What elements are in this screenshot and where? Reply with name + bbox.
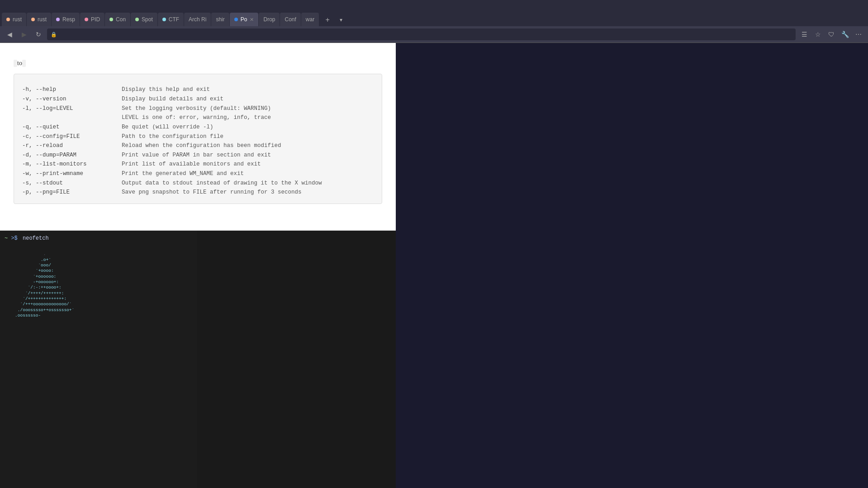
terminal-prompt-line: ~ >$ neofetch [5, 233, 192, 243]
tab-label: Po [241, 16, 247, 23]
opt-help: -h, --help Display this help and exit [22, 85, 374, 95]
tab-label: Resp [62, 16, 75, 23]
main-content: to -h, --help Display this help and exit… [0, 43, 868, 488]
tab-rust-1[interactable]: rust [2, 13, 26, 26]
usage-block: -h, --help Display this help and exit -v… [14, 74, 382, 204]
tab-label: rust [13, 16, 22, 23]
tab-dot [6, 18, 10, 21]
opt-reload: -r, --reload Reload when the configurati… [22, 141, 374, 151]
tab-label: war [306, 16, 314, 23]
tab-resp[interactable]: Resp [52, 13, 80, 26]
tab-label: Con [116, 16, 126, 23]
tab-pid[interactable]: PID [80, 13, 104, 26]
browser-panel: to -h, --help Display this help and exit… [0, 43, 396, 488]
terminal-area: ~ >$ neofetch . .o+` `ooo/ `+oooo: `+ooo… [0, 231, 396, 488]
lock-icon: 🔒 [51, 32, 57, 38]
tab-rust-2[interactable]: rust [27, 13, 51, 26]
opt-wmname: -w, --print-wmname Print the generated W… [22, 169, 374, 179]
opt-dump: -d, --dump=PARAM Print value of PARAM in… [22, 151, 374, 160]
opt-stdout: -s, --stdout Output data to stdout inste… [22, 179, 374, 188]
tab-dot [56, 18, 60, 21]
opt-quiet: -q, --quiet Be quiet (will override -l) [22, 123, 374, 132]
opt-png: -p, --png=FILE Save png snapshot to FILE… [22, 188, 374, 197]
tab-label: CTF [169, 16, 179, 23]
tab-arch[interactable]: Arch Ri [184, 13, 211, 26]
tab-label: shir [216, 16, 224, 23]
refresh-button[interactable]: ↻ [33, 28, 44, 40]
tab-ctf[interactable]: CTF [158, 13, 184, 26]
extensions-icon[interactable]: 🔧 [839, 28, 851, 40]
topbar [0, 0, 868, 10]
ascii-art: . .o+` `ooo/ `+oooo: `+oooooo: -+oooooo+… [7, 246, 84, 318]
opt-log: -l, --log=LEVEL Set the logging verbosit… [22, 104, 374, 114]
new-tab-button[interactable]: + [321, 14, 334, 26]
bookmark-icon[interactable]: ☆ [812, 28, 824, 40]
tab-label: Drop [263, 16, 275, 23]
neofetch-output: . .o+` `ooo/ `+oooo: `+oooooo: -+oooooo+… [5, 243, 192, 321]
address-bar[interactable]: 🔒 [47, 28, 796, 40]
opt-config: -c, --config=FILE Path to the configurat… [22, 132, 374, 142]
tab-shir[interactable]: shir [211, 13, 229, 26]
tab-bar: rust rust Resp PID Con Spot CTF Arch Ri [0, 10, 868, 26]
tab-dot [31, 18, 35, 21]
reader-icon[interactable]: ☰ [798, 28, 810, 40]
tab-label: PID [91, 16, 100, 23]
tab-label: Conf [285, 16, 296, 23]
tab-overflow-button[interactable]: ▾ [335, 14, 347, 26]
tab-label: Spot [142, 16, 153, 23]
browser-chrome: rust rust Resp PID Con Spot CTF Arch Ri [0, 10, 868, 43]
menu-icon[interactable]: ⋯ [853, 28, 864, 40]
tab-conf[interactable]: Conf [280, 13, 300, 26]
tab-po[interactable]: Po ✕ [230, 13, 259, 26]
tab-dot [109, 18, 113, 21]
config-code1 [14, 60, 17, 67]
tab-war[interactable]: war [301, 13, 319, 26]
tab-dot [135, 18, 139, 21]
tab-dot [85, 18, 88, 21]
opt-log-levels: LEVEL is one of: error, warning, info, t… [22, 113, 374, 123]
forward-button[interactable]: ▶ [18, 28, 30, 40]
terminal-left: ~ >$ neofetch . .o+` `ooo/ `+oooo: `+ooo… [0, 231, 197, 488]
tab-label: Arch Ri [189, 16, 206, 23]
tab-close-icon[interactable]: ✕ [250, 17, 254, 23]
tab-drop[interactable]: Drop [259, 13, 280, 26]
nav-bar: ◀ ▶ ↻ 🔒 ☰ ☆ 🛡 🔧 ⋯ [0, 26, 868, 43]
config-code2 [22, 60, 26, 67]
tab-spot[interactable]: Spot [131, 13, 157, 26]
shield-icon[interactable]: 🛡 [825, 28, 837, 40]
tab-label: rust [38, 16, 47, 23]
tab-con[interactable]: Con [105, 13, 130, 26]
back-button[interactable]: ◀ [4, 28, 15, 40]
nav-icons-right: ☰ ☆ 🛡 🔧 ⋯ [798, 28, 864, 40]
tab-dot [234, 18, 238, 21]
tab-dot [162, 18, 166, 21]
opt-list-monitors: -m, --list-monitors Print list of availa… [22, 160, 374, 169]
webpage: to -h, --help Display this help and exit… [0, 43, 396, 231]
config-para: to [14, 58, 382, 68]
opt-version: -v, --version Display build details and … [22, 95, 374, 104]
